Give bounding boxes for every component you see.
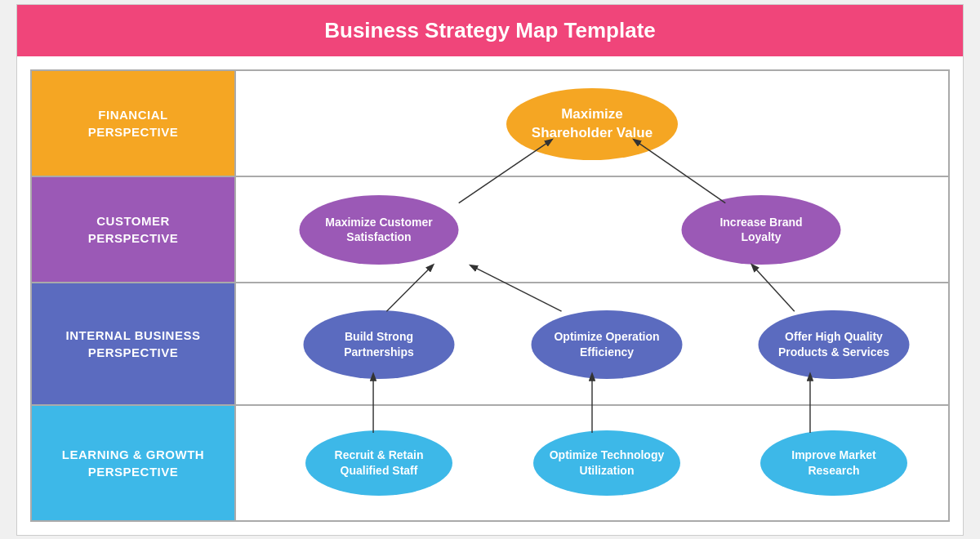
content-area: Maximize Shareholder Value Maximize Cust…	[234, 71, 948, 520]
maximize-shareholder-value-node: Maximize Shareholder Value	[506, 88, 678, 160]
increase-brand-loyalty-node: Increase Brand Loyalty	[682, 195, 841, 265]
build-strong-partnerships-node: Build Strong Partnerships	[304, 310, 455, 379]
improve-market-research-node: Improve Market Research	[760, 430, 907, 496]
optimize-operation-efficiency-node: Optimize Operation Efficiency	[532, 310, 683, 379]
perspective-labels: FINANCIALPERSPECTIVE CUSTOMERPERSPECTIVE…	[32, 71, 234, 520]
page-title: Business Strategy Map Template	[33, 18, 947, 43]
internal-row: Build Strong Partnerships Optimize Opera…	[236, 283, 948, 406]
customer-perspective-label: CUSTOMERPERSPECTIVE	[32, 177, 234, 283]
offer-high-quality-products-node: Offer High Quality Products & Services	[759, 310, 910, 379]
financial-row: Maximize Shareholder Value	[236, 71, 948, 177]
learning-perspective-label: LEARNING & GROWTHPERSPECTIVE	[32, 406, 234, 520]
maximize-customer-satisfaction-node: Maximize Customer Satisfaction	[300, 195, 459, 265]
title-bar: Business Strategy Map Template	[17, 5, 963, 56]
internal-perspective-label: INTERNAL BUSINESSPERSPECTIVE	[32, 283, 234, 406]
recruit-retain-staff-node: Recruit & Retain Qualified Staff	[305, 430, 452, 496]
customer-row: Maximize Customer Satisfaction Increase …	[236, 177, 948, 283]
financial-perspective-label: FINANCIALPERSPECTIVE	[32, 71, 234, 177]
strategy-map: FINANCIALPERSPECTIVE CUSTOMERPERSPECTIVE…	[30, 69, 950, 522]
learning-row: Recruit & Retain Qualified Staff Optimiz…	[236, 406, 948, 520]
page-wrapper: Business Strategy Map Template FINANCIAL…	[16, 4, 964, 536]
optimize-technology-utilization-node: Optimize Technology Utilization	[533, 430, 680, 496]
